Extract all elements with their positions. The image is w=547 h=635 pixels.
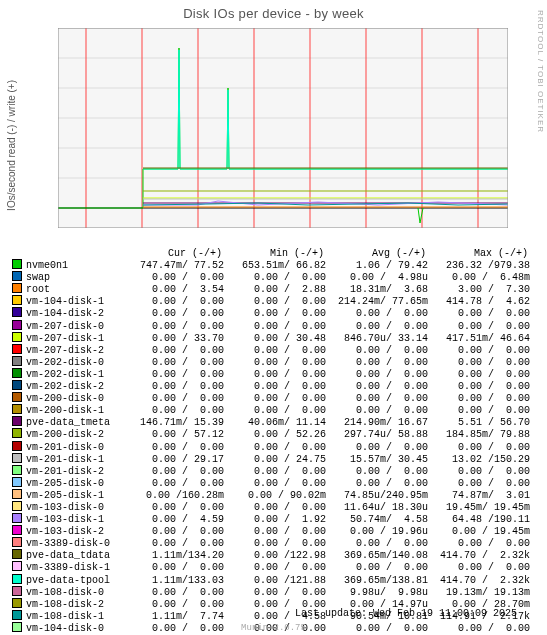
legend-swatch bbox=[12, 344, 22, 354]
legend-row: vm-108-disk-0 0.00 / 0.00 0.00 / 0.00 9.… bbox=[12, 586, 530, 598]
rrdtool-credit: RRDTOOL / TOBI OETIKER bbox=[536, 10, 545, 133]
legend-row: vm-207-disk-0 0.00 / 0.00 0.00 / 0.00 0.… bbox=[12, 320, 530, 332]
legend-row: vm-200-disk-2 0.00 / 57.12 0.00 / 52.26 … bbox=[12, 428, 530, 440]
munin-version: Munin 2.0.75 bbox=[241, 623, 306, 633]
chart-svg: 0 100 200 300 400 500 600 11 Feb 12 Feb … bbox=[58, 28, 508, 228]
legend-row: vm-200-disk-1 0.00 / 0.00 0.00 / 0.00 0.… bbox=[12, 404, 530, 416]
legend-row: vm-207-disk-2 0.00 / 0.00 0.00 / 0.00 0.… bbox=[12, 344, 530, 356]
legend-swatch bbox=[12, 465, 22, 475]
legend-row: vm-104-disk-1 0.00 / 0.00 0.00 / 0.00 21… bbox=[12, 295, 530, 307]
munin-graph: Disk IOs per device - by week RRDTOOL / … bbox=[0, 0, 547, 635]
legend-row: vm-103-disk-2 0.00 / 0.00 0.00 / 0.00 0.… bbox=[12, 525, 530, 537]
legend-swatch bbox=[12, 622, 22, 632]
legend-row: vm-103-disk-0 0.00 / 0.00 0.00 / 0.00 11… bbox=[12, 501, 530, 513]
legend-swatch bbox=[12, 380, 22, 390]
legend-row: pve-data-tpool 1.11m/133.03 0.00 /121.88… bbox=[12, 574, 530, 586]
legend-swatch bbox=[12, 271, 22, 281]
legend-swatch bbox=[12, 549, 22, 559]
legend-swatch bbox=[12, 586, 22, 596]
legend-swatch bbox=[12, 307, 22, 317]
legend-swatch bbox=[12, 441, 22, 451]
chart-legend: Cur (-/+) Min (-/+) Avg (-/+) Max (-/+)n… bbox=[12, 248, 530, 634]
legend-row: vm-201-disk-0 0.00 / 0.00 0.00 / 0.00 0.… bbox=[12, 441, 530, 453]
legend-swatch bbox=[12, 416, 22, 426]
legend-swatch bbox=[12, 392, 22, 402]
legend-row: vm-201-disk-1 0.00 / 29.17 0.00 / 24.75 … bbox=[12, 453, 530, 465]
legend-row: vm-200-disk-0 0.00 / 0.00 0.00 / 0.00 0.… bbox=[12, 392, 530, 404]
legend-row: root 0.00 / 3.54 0.00 / 2.88 18.31m/ 3.6… bbox=[12, 283, 530, 295]
legend-swatch bbox=[12, 574, 22, 584]
legend-row: vm-205-disk-0 0.00 / 0.00 0.00 / 0.00 0.… bbox=[12, 477, 530, 489]
legend-row: vm-103-disk-1 0.00 / 4.59 0.00 / 1.92 50… bbox=[12, 513, 530, 525]
legend-row: vm-207-disk-1 0.00 / 33.70 0.00 / 30.48 … bbox=[12, 332, 530, 344]
legend-row: vm-202-disk-0 0.00 / 0.00 0.00 / 0.00 0.… bbox=[12, 356, 530, 368]
legend-row: vm-3389-disk-1 0.00 / 0.00 0.00 / 0.00 0… bbox=[12, 561, 530, 573]
legend-swatch bbox=[12, 259, 22, 269]
legend-row: vm-201-disk-2 0.00 / 0.00 0.00 / 0.00 0.… bbox=[12, 465, 530, 477]
legend-swatch bbox=[12, 501, 22, 511]
legend-swatch bbox=[12, 453, 22, 463]
legend-swatch bbox=[12, 320, 22, 330]
legend-swatch bbox=[12, 477, 22, 487]
legend-swatch bbox=[12, 283, 22, 293]
legend-swatch bbox=[12, 525, 22, 535]
legend-row: swap 0.00 / 0.00 0.00 / 0.00 0.00 / 4.98… bbox=[12, 271, 530, 283]
legend-swatch bbox=[12, 537, 22, 547]
legend-row: vm-104-disk-2 0.00 / 0.00 0.00 / 0.00 0.… bbox=[12, 307, 530, 319]
chart-plot-area: 0 100 200 300 400 500 600 11 Feb 12 Feb … bbox=[58, 28, 508, 228]
legend-swatch bbox=[12, 368, 22, 378]
legend-swatch bbox=[12, 513, 22, 523]
chart-title: Disk IOs per device - by week bbox=[0, 0, 547, 21]
legend-swatch bbox=[12, 598, 22, 608]
legend-row: nvme0n1 747.47m/ 77.52 653.51m/ 66.82 1.… bbox=[12, 259, 530, 271]
legend-swatch bbox=[12, 428, 22, 438]
legend-row: vm-3389-disk-0 0.00 / 0.00 0.00 / 0.00 0… bbox=[12, 537, 530, 549]
legend-swatch bbox=[12, 356, 22, 366]
legend-header: Cur (-/+) Min (-/+) Avg (-/+) Max (-/+) bbox=[12, 248, 530, 259]
legend-row: vm-205-disk-1 0.00 /160.28m 0.00 / 90.02… bbox=[12, 489, 530, 501]
legend-swatch bbox=[12, 404, 22, 414]
legend-swatch bbox=[12, 561, 22, 571]
last-update: Last update: Wed Feb 19 11:00:09 2025 bbox=[295, 608, 517, 619]
y-axis-label: IOs/second read (-) / write (+) bbox=[6, 80, 17, 211]
legend-row: pve-data_tmeta 146.71m/ 15.39 40.06m/ 11… bbox=[12, 416, 530, 428]
legend-swatch bbox=[12, 332, 22, 342]
legend-row: vm-202-disk-2 0.00 / 0.00 0.00 / 0.00 0.… bbox=[12, 380, 530, 392]
legend-swatch bbox=[12, 610, 22, 620]
legend-swatch bbox=[12, 295, 22, 305]
legend-swatch bbox=[12, 489, 22, 499]
legend-row: vm-202-disk-1 0.00 / 0.00 0.00 / 0.00 0.… bbox=[12, 368, 530, 380]
legend-row: pve-data_tdata 1.11m/134.20 0.00 /122.98… bbox=[12, 549, 530, 561]
